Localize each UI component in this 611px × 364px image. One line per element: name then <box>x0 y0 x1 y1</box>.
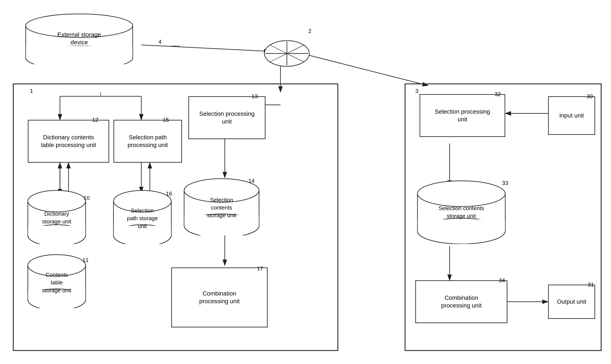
label-30: 30 <box>587 93 593 100</box>
contents-table-storage-label: Contents table storage unit <box>41 271 72 294</box>
selection-contents-14-label: Selection contents storage unit <box>202 196 241 219</box>
label-12: 12 <box>92 117 98 123</box>
dictionary-storage-label: Dictionary storage unit <box>41 210 72 226</box>
contents-table-storage-11: Contents table storage unit <box>26 252 88 308</box>
combination-proc-17-box: Combination processing unit <box>171 268 268 327</box>
label-13: 13 <box>252 93 258 100</box>
selection-contents-14: Selection contents storage unit <box>182 178 261 235</box>
combination-proc-34-label: Combination processing unit <box>441 294 481 310</box>
svg-rect-50 <box>418 219 505 231</box>
selection-path-storage-label: Selection path storage unit <box>127 207 158 230</box>
combination-proc-34-box: Combination processing unit <box>415 280 507 323</box>
label-3: 3 <box>415 88 418 94</box>
selection-proc-32-label: Selection processing unit <box>435 108 490 123</box>
output-unit-31-box: Output unit <box>548 285 595 319</box>
network-node <box>263 30 310 77</box>
svg-point-48 <box>417 181 505 207</box>
label-10: 10 <box>83 195 90 201</box>
selection-proc-32-box: Selection processing unit <box>420 94 505 137</box>
label-17: 17 <box>257 265 263 272</box>
input-unit-30-label: Input unit <box>559 112 584 119</box>
label-2: 2 <box>308 28 311 34</box>
dict-contents-table-box: Dictionary contents table processing uni… <box>28 120 109 163</box>
label-31: 31 <box>588 281 594 288</box>
selection-proc-13-box: Selection processing unit <box>188 96 266 139</box>
label-14: 14 <box>248 178 254 184</box>
label-16: 16 <box>166 190 172 197</box>
combination-proc-17-label: Combination processing unit <box>199 290 239 305</box>
selection-path-storage-16: Selection path storage unit <box>111 188 173 244</box>
label-32: 32 <box>494 91 501 98</box>
external-storage-label: External storage device <box>50 31 108 46</box>
dictionary-storage-10: Dictionary storage unit <box>26 188 88 244</box>
selection-contents-33: Selection contents storage unit <box>415 180 507 244</box>
label-34: 34 <box>499 277 505 284</box>
svg-line-2 <box>141 45 270 51</box>
label-4: 4 <box>159 39 161 45</box>
svg-rect-34 <box>28 226 85 235</box>
selection-proc-13-label: Selection processing unit <box>199 110 254 126</box>
label-11: 11 <box>82 257 89 263</box>
output-unit-31-label: Output unit <box>557 298 586 306</box>
input-unit-30-box: Input unit <box>548 96 595 135</box>
svg-rect-25 <box>26 46 133 58</box>
label-1: 1 <box>30 88 33 94</box>
label-15: 15 <box>163 117 169 123</box>
external-storage-device: External storage device <box>21 13 137 64</box>
dict-contents-table-label: Dictionary contents table processing uni… <box>41 133 96 149</box>
selection-path-proc-label: Selection path processing unit <box>128 133 168 149</box>
label-33: 33 <box>502 180 508 186</box>
selection-contents-33-label: Selection contents storage unit <box>438 204 484 220</box>
selection-path-proc-box: Selection path processing unit <box>113 120 182 163</box>
svg-point-32 <box>28 190 86 212</box>
svg-line-5 <box>306 54 428 86</box>
diagram: External storage device 4 2 1 3 Dictiona… <box>0 0 611 364</box>
